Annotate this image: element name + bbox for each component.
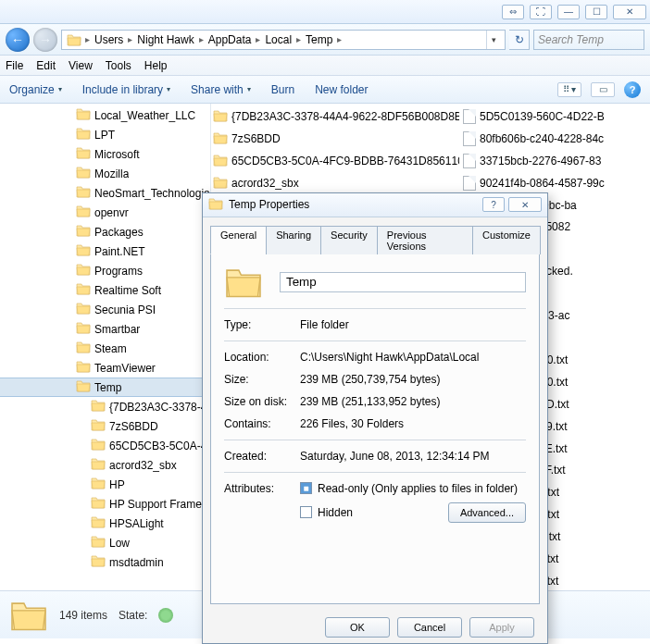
folder-name-input[interactable] <box>280 272 526 292</box>
tree-item[interactable]: Local_Weather_LLC <box>0 105 210 125</box>
folder-icon <box>91 477 106 492</box>
tree-item[interactable]: TeamViewer <box>0 358 210 378</box>
address-bar[interactable]: ▸ Users ▸ Night Hawk ▸ AppData ▸ Local ▸… <box>61 30 506 50</box>
menu-view[interactable]: View <box>69 59 93 72</box>
menu-edit[interactable]: Edit <box>36 59 56 72</box>
new-folder-button[interactable]: New folder <box>315 83 368 96</box>
forward-button[interactable]: → <box>33 28 57 52</box>
tree-item[interactable]: HPSALight <box>0 514 210 533</box>
list-item[interactable]: 33715bcb-2276-4967-83 <box>463 152 648 170</box>
chevron-right-icon[interactable]: ▸ <box>336 34 343 44</box>
tree-item[interactable]: NeoSmart_Technologie <box>0 183 210 203</box>
chevron-right-icon[interactable]: ▸ <box>295 34 302 44</box>
apply-button[interactable]: Apply <box>469 617 534 638</box>
folder-icon <box>76 146 91 162</box>
tree-item[interactable]: Steam <box>0 339 210 358</box>
refresh-button[interactable]: ↻ <box>509 30 530 50</box>
tab-customize[interactable]: Customize <box>472 226 541 254</box>
tree-item[interactable]: LPT <box>0 125 210 144</box>
menu-help[interactable]: Help <box>144 59 168 72</box>
list-item[interactable]: 80fb606b-c240-4228-84c <box>463 130 648 148</box>
tree-item[interactable]: Paint.NET <box>0 242 210 261</box>
tree-item[interactable]: openvr <box>0 203 210 222</box>
tree-item[interactable]: Realtime Soft <box>0 280 210 300</box>
expand-button[interactable]: ⇔ <box>502 5 524 19</box>
attributes-label: Attributes: <box>224 482 300 495</box>
folder-tree[interactable]: Local_Weather_LLCLPTMicrosoftMozillaNeoS… <box>0 104 211 590</box>
readonly-checkbox[interactable]: ■ <box>300 482 312 494</box>
burn-button[interactable]: Burn <box>271 83 294 96</box>
dialog-close-button[interactable]: ✕ <box>508 197 542 212</box>
fullscreen-button[interactable]: ⛶ <box>530 5 552 19</box>
tab-previous-versions[interactable]: Previous Versions <box>377 226 473 254</box>
tree-item[interactable]: Low <box>0 533 210 552</box>
tree-item[interactable]: {7DB23A3C-3378-4 <box>0 397 210 416</box>
chevron-right-icon[interactable]: ▸ <box>127 34 133 44</box>
maximize-button[interactable]: ☐ <box>585 5 607 19</box>
tree-item[interactable]: HP <box>0 475 210 494</box>
close-button[interactable]: ✕ <box>613 5 646 19</box>
tree-item[interactable]: Mozilla <box>0 164 210 183</box>
menu-file[interactable]: File <box>6 59 23 72</box>
tree-item[interactable]: Smartbar <box>0 319 210 339</box>
folder-icon <box>213 154 228 169</box>
dialog-footer: OK Cancel Apply <box>203 612 547 644</box>
tree-item[interactable]: Temp <box>0 378 210 397</box>
folder-icon <box>76 224 91 240</box>
chevron-down-icon: ▾ <box>58 85 62 93</box>
back-button[interactable]: ← <box>6 28 30 52</box>
chevron-right-icon[interactable]: ▸ <box>255 34 261 44</box>
address-dropdown[interactable]: ▾ <box>486 31 501 49</box>
search-input[interactable]: Search Temp <box>533 30 644 50</box>
help-icon[interactable]: ? <box>624 81 641 98</box>
tree-item-label: NeoSmart_Technologie <box>94 187 210 200</box>
dialog-title: Temp Properties <box>229 198 309 211</box>
breadcrumb[interactable]: Local <box>263 33 294 46</box>
list-item[interactable]: acrord32_sbx <box>213 174 459 192</box>
tree-item-label: Programs <box>94 265 143 278</box>
minimize-button[interactable]: — <box>557 5 580 19</box>
list-item[interactable]: 7zS6BDD <box>213 130 459 148</box>
breadcrumb[interactable]: Users <box>93 33 125 46</box>
list-item[interactable]: {7DB23A3C-3378-44A4-9622-8DF56B008D8B} <box>213 107 459 126</box>
tree-item[interactable]: 65CD5CB3-5C0A-4 <box>0 436 210 455</box>
tree-item[interactable]: Secunia PSI <box>0 300 210 319</box>
file-icon <box>463 131 476 146</box>
dialog-help-button[interactable]: ? <box>482 197 505 212</box>
folder-icon <box>9 599 48 632</box>
menu-tools[interactable]: Tools <box>106 59 131 72</box>
hidden-checkbox[interactable] <box>300 506 312 518</box>
breadcrumb[interactable]: Temp <box>304 33 334 46</box>
cancel-button[interactable]: Cancel <box>397 617 462 638</box>
chevron-down-icon: ▾ <box>247 85 251 93</box>
advanced-button[interactable]: Advanced... <box>448 502 526 523</box>
ok-button[interactable]: OK <box>325 617 390 638</box>
breadcrumb[interactable]: AppData <box>206 33 254 46</box>
tree-item[interactable]: acrord32_sbx <box>0 455 210 475</box>
tab-sharing[interactable]: Sharing <box>266 226 321 254</box>
tree-item[interactable]: Microsoft <box>0 144 210 164</box>
folder-icon <box>213 176 228 192</box>
tree-item[interactable]: msdtadmin <box>0 552 210 572</box>
chevron-right-icon[interactable]: ▸ <box>84 34 91 44</box>
list-item[interactable]: 90241f4b-0864-4587-99c <box>463 174 648 192</box>
list-item[interactable]: 65CD5CB3-5C0A-4FC9-BDBB-76431D856110 <box>213 152 459 170</box>
tree-item[interactable]: Programs <box>0 261 210 280</box>
list-item[interactable]: 5D5C0139-560C-4D22-B <box>463 107 648 126</box>
tree-item[interactable]: HP Support Frame <box>0 494 210 514</box>
share-with-button[interactable]: Share with▾ <box>191 83 251 96</box>
view-options-button[interactable]: ⠿ ▾ <box>557 82 581 97</box>
include-library-button[interactable]: Include in library▾ <box>82 83 170 96</box>
tree-item[interactable]: 7zS6BDD <box>0 416 210 436</box>
tab-security[interactable]: Security <box>320 226 378 254</box>
breadcrumb[interactable]: Night Hawk <box>135 33 195 46</box>
preview-pane-button[interactable]: ▭ <box>591 82 615 97</box>
chevron-right-icon[interactable]: ▸ <box>198 34 205 44</box>
tree-item[interactable]: Packages <box>0 222 210 242</box>
tree-item-label: 7zS6BDD <box>109 420 158 433</box>
dialog-titlebar[interactable]: Temp Properties ? ✕ <box>203 193 547 217</box>
organize-button[interactable]: Organize▾ <box>9 83 62 96</box>
tab-general[interactable]: General <box>210 226 267 254</box>
tree-item-label: Temp <box>94 381 121 394</box>
menubar: File Edit View Tools Help <box>0 56 650 76</box>
